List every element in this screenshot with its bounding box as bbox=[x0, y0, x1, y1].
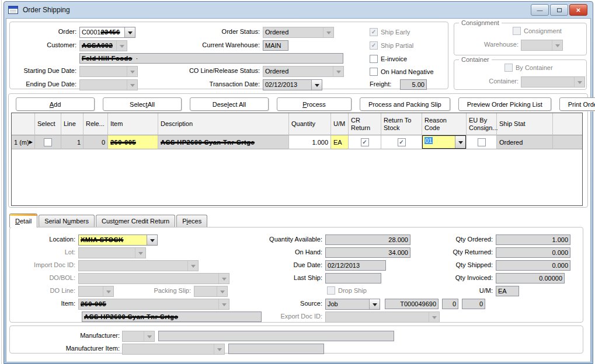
order-status-dropdown-icon bbox=[323, 27, 333, 37]
return-to-stock-cell[interactable] bbox=[381, 135, 422, 149]
do-line-label: DO Line: bbox=[11, 287, 75, 294]
drop-ship-checkbox: Drop Ship bbox=[327, 286, 367, 295]
detail-panel: Location: XMIA STOCK Lot: Import Doc ID:… bbox=[9, 227, 583, 323]
minimize-button[interactable]: — bbox=[531, 4, 549, 16]
tab-detail[interactable]: Detail bbox=[9, 214, 37, 228]
consignment-checkbox: Consignment bbox=[513, 27, 562, 35]
tab-pieces[interactable]: Pieces bbox=[176, 215, 207, 227]
um-cell[interactable]: EA bbox=[331, 135, 349, 149]
add-button[interactable]: Add bbox=[16, 97, 95, 111]
order-header-group: Order: C000123456 Order Status: Ordered … bbox=[9, 22, 448, 89]
process-button[interactable]: Process bbox=[277, 97, 352, 111]
return-to-stock-checkbox[interactable] bbox=[398, 138, 406, 146]
customer-combobox: ACSA002 bbox=[79, 40, 127, 51]
reason-code-dropdown-icon[interactable] bbox=[455, 136, 465, 148]
background-window-edge bbox=[1, 0, 2, 364]
detail-um-label: U/M: bbox=[384, 287, 493, 294]
grid-header-quantity: Quantity bbox=[289, 113, 331, 135]
source-combobox[interactable]: Job bbox=[325, 299, 380, 310]
location-combobox[interactable]: XMIA STOCK bbox=[78, 235, 158, 246]
location-dropdown-icon[interactable] bbox=[147, 235, 157, 245]
by-container-checkbox: By Container bbox=[504, 64, 553, 72]
on-hand-label: On Hand: bbox=[208, 249, 322, 256]
customer-value-redacted: ACSA002 bbox=[80, 41, 116, 51]
due-date-label: Due Date: bbox=[208, 261, 322, 268]
consignment-check-icon bbox=[513, 27, 521, 35]
release-cell: 0 bbox=[83, 135, 108, 149]
detail-tab-bar: Detail Serial Numbers Customer Credit Re… bbox=[9, 214, 208, 227]
row-select-checkbox[interactable] bbox=[44, 138, 52, 146]
detail-um-field: EA bbox=[496, 286, 519, 296]
row-filler-cell bbox=[553, 135, 582, 149]
qty-shipped-field: 0.000 bbox=[496, 260, 570, 271]
current-row-marker-icon: ▶ bbox=[29, 139, 33, 145]
quantity-cell[interactable]: 1.000 bbox=[289, 135, 331, 149]
order-label: Order: bbox=[11, 28, 76, 35]
import-doc-dropdown-icon bbox=[187, 261, 198, 271]
cr-return-cell[interactable] bbox=[349, 135, 381, 149]
close-button[interactable]: ✕ bbox=[569, 4, 587, 16]
ship-partial-checkbox: Ship Partial bbox=[370, 41, 413, 50]
current-warehouse-label: Current Warehouse: bbox=[153, 41, 260, 48]
select-all-button[interactable]: Select All bbox=[103, 97, 182, 111]
item-cell[interactable]: 260-005 bbox=[108, 135, 158, 149]
export-doc-dropdown-icon bbox=[429, 312, 439, 322]
transaction-date-combobox[interactable]: 02/12/2013 bbox=[263, 79, 322, 90]
tab-customer-credit-return[interactable]: Customer Credit Return bbox=[96, 215, 175, 227]
do-bol-combobox bbox=[78, 273, 229, 284]
grid-header-select: Select bbox=[35, 113, 61, 135]
transaction-date-label: Transaction Date: bbox=[153, 80, 260, 88]
cr-return-checkbox[interactable] bbox=[361, 138, 369, 146]
transaction-date-dropdown-icon[interactable] bbox=[311, 80, 322, 90]
manufacturer-item-dropdown-icon bbox=[214, 344, 224, 354]
tab-serial-numbers[interactable]: Serial Numbers bbox=[39, 215, 95, 227]
select-cell[interactable] bbox=[35, 135, 61, 149]
starting-due-date-label: Starting Due Date: bbox=[11, 67, 76, 74]
title-bar[interactable]: Order Shipping — ✕ bbox=[6, 2, 591, 18]
order-value-redacted: 23456 bbox=[100, 29, 120, 36]
restore-icon bbox=[557, 8, 562, 12]
row-header-cell[interactable]: 1 (m)▶ bbox=[12, 135, 35, 149]
qty-returned-field: 0.000 bbox=[496, 247, 570, 258]
co-status-dropdown-icon bbox=[333, 66, 343, 76]
reason-code-cell[interactable]: 01 bbox=[422, 135, 467, 149]
manufacturer-item-field bbox=[228, 344, 324, 354]
reason-code-combobox[interactable]: 01 bbox=[422, 135, 466, 149]
einvoice-check-icon bbox=[370, 55, 378, 63]
lines-group: Add Select All Deselect All Process Proc… bbox=[8, 93, 588, 208]
by-container-check-icon bbox=[504, 64, 513, 72]
on-hand-negative-checkbox[interactable]: On Hand Negative bbox=[370, 68, 434, 76]
last-ship-label: Last Ship: bbox=[208, 274, 322, 281]
preview-order-picking-list-button[interactable]: Preview Order Picking List bbox=[458, 97, 551, 111]
starting-due-dropdown-icon bbox=[127, 66, 137, 76]
qty-shipped-label: Qty Shipped: bbox=[384, 261, 493, 268]
restore-button[interactable] bbox=[550, 4, 568, 16]
deselect-all-button[interactable]: Deselect All bbox=[190, 97, 269, 111]
source-dropdown-icon[interactable] bbox=[369, 299, 380, 309]
freight-field[interactable]: 5.00 bbox=[400, 79, 427, 90]
row-select-check-icon bbox=[44, 138, 52, 146]
eu-by-consign-cell[interactable] bbox=[467, 135, 497, 149]
manufacturer-combobox bbox=[122, 331, 155, 342]
process-and-packing-slip-button[interactable]: Process and Packing Slip bbox=[360, 97, 450, 111]
eu-by-consign-checkbox[interactable] bbox=[478, 138, 486, 146]
order-value: C0001 bbox=[82, 29, 100, 36]
window-icon bbox=[8, 6, 18, 14]
reason-code-value: 01 bbox=[424, 137, 433, 144]
order-combobox[interactable]: C000123456 bbox=[79, 27, 135, 38]
manufacturer-item-label: Manufacturer Item: bbox=[11, 345, 120, 352]
grid-row-1[interactable]: 1 (m)▶ 1 0 260-005 ACS HP2600 Cyan Tnr C… bbox=[12, 135, 582, 149]
qty-invoiced-field: 0.00000 bbox=[496, 273, 565, 284]
manufacturer-item-combobox bbox=[122, 344, 225, 355]
grid-header-eu-by-consign: EU By Consign... bbox=[467, 113, 497, 135]
container-label: Container: bbox=[460, 78, 519, 85]
quantity-available-label: Quantity Available: bbox=[208, 236, 322, 243]
einvoice-checkbox[interactable]: E-invoice bbox=[370, 55, 407, 63]
order-dropdown-icon[interactable] bbox=[124, 27, 135, 37]
ending-due-date-label: Ending Due Date: bbox=[11, 80, 76, 88]
lot-combobox bbox=[78, 247, 146, 258]
source-ref-field: T000049690 bbox=[385, 299, 439, 309]
print-order-picking-list-button[interactable]: Print Order Picking List bbox=[559, 97, 595, 111]
consignment-warehouse-label: Warehouse: bbox=[460, 41, 519, 48]
ship-stat-cell: Ordered bbox=[497, 135, 553, 149]
